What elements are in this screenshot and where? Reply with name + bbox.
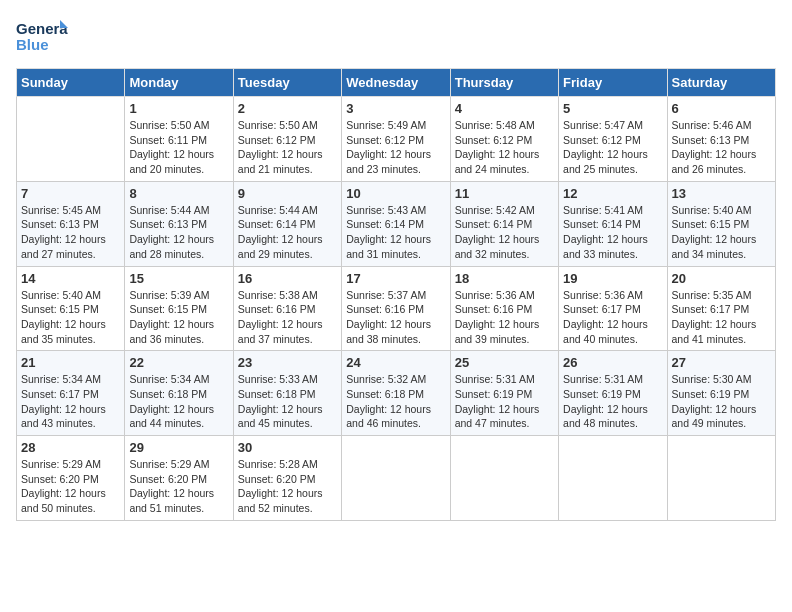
day-number: 4 — [455, 101, 554, 116]
svg-text:Blue: Blue — [16, 36, 49, 53]
calendar-cell: 22Sunrise: 5:34 AM Sunset: 6:18 PM Dayli… — [125, 351, 233, 436]
day-number: 25 — [455, 355, 554, 370]
day-info: Sunrise: 5:34 AM Sunset: 6:17 PM Dayligh… — [21, 372, 120, 431]
day-info: Sunrise: 5:44 AM Sunset: 6:13 PM Dayligh… — [129, 203, 228, 262]
calendar-header-row: SundayMondayTuesdayWednesdayThursdayFrid… — [17, 69, 776, 97]
day-number: 2 — [238, 101, 337, 116]
day-number: 10 — [346, 186, 445, 201]
day-number: 29 — [129, 440, 228, 455]
day-number: 30 — [238, 440, 337, 455]
day-info: Sunrise: 5:37 AM Sunset: 6:16 PM Dayligh… — [346, 288, 445, 347]
day-number: 23 — [238, 355, 337, 370]
day-number: 17 — [346, 271, 445, 286]
calendar-cell: 24Sunrise: 5:32 AM Sunset: 6:18 PM Dayli… — [342, 351, 450, 436]
day-info: Sunrise: 5:28 AM Sunset: 6:20 PM Dayligh… — [238, 457, 337, 516]
calendar-cell — [450, 436, 558, 521]
day-number: 28 — [21, 440, 120, 455]
day-number: 15 — [129, 271, 228, 286]
day-info: Sunrise: 5:30 AM Sunset: 6:19 PM Dayligh… — [672, 372, 771, 431]
day-number: 9 — [238, 186, 337, 201]
day-number: 14 — [21, 271, 120, 286]
calendar-cell: 26Sunrise: 5:31 AM Sunset: 6:19 PM Dayli… — [559, 351, 667, 436]
day-info: Sunrise: 5:34 AM Sunset: 6:18 PM Dayligh… — [129, 372, 228, 431]
day-info: Sunrise: 5:47 AM Sunset: 6:12 PM Dayligh… — [563, 118, 662, 177]
day-info: Sunrise: 5:31 AM Sunset: 6:19 PM Dayligh… — [563, 372, 662, 431]
day-info: Sunrise: 5:48 AM Sunset: 6:12 PM Dayligh… — [455, 118, 554, 177]
weekday-header: Wednesday — [342, 69, 450, 97]
day-number: 6 — [672, 101, 771, 116]
calendar-cell: 6Sunrise: 5:46 AM Sunset: 6:13 PM Daylig… — [667, 97, 775, 182]
day-number: 18 — [455, 271, 554, 286]
calendar-cell: 11Sunrise: 5:42 AM Sunset: 6:14 PM Dayli… — [450, 181, 558, 266]
day-number: 16 — [238, 271, 337, 286]
weekday-header: Friday — [559, 69, 667, 97]
calendar-cell — [559, 436, 667, 521]
day-info: Sunrise: 5:42 AM Sunset: 6:14 PM Dayligh… — [455, 203, 554, 262]
calendar-cell: 18Sunrise: 5:36 AM Sunset: 6:16 PM Dayli… — [450, 266, 558, 351]
calendar-cell: 28Sunrise: 5:29 AM Sunset: 6:20 PM Dayli… — [17, 436, 125, 521]
day-info: Sunrise: 5:33 AM Sunset: 6:18 PM Dayligh… — [238, 372, 337, 431]
logo: General Blue — [16, 16, 68, 56]
day-info: Sunrise: 5:29 AM Sunset: 6:20 PM Dayligh… — [129, 457, 228, 516]
day-info: Sunrise: 5:29 AM Sunset: 6:20 PM Dayligh… — [21, 457, 120, 516]
day-number: 21 — [21, 355, 120, 370]
calendar-cell: 2Sunrise: 5:50 AM Sunset: 6:12 PM Daylig… — [233, 97, 341, 182]
calendar-week-row: 28Sunrise: 5:29 AM Sunset: 6:20 PM Dayli… — [17, 436, 776, 521]
calendar-week-row: 1Sunrise: 5:50 AM Sunset: 6:11 PM Daylig… — [17, 97, 776, 182]
calendar-cell: 17Sunrise: 5:37 AM Sunset: 6:16 PM Dayli… — [342, 266, 450, 351]
calendar-cell: 15Sunrise: 5:39 AM Sunset: 6:15 PM Dayli… — [125, 266, 233, 351]
calendar-cell: 3Sunrise: 5:49 AM Sunset: 6:12 PM Daylig… — [342, 97, 450, 182]
day-info: Sunrise: 5:38 AM Sunset: 6:16 PM Dayligh… — [238, 288, 337, 347]
weekday-header: Sunday — [17, 69, 125, 97]
calendar-cell: 5Sunrise: 5:47 AM Sunset: 6:12 PM Daylig… — [559, 97, 667, 182]
calendar-week-row: 21Sunrise: 5:34 AM Sunset: 6:17 PM Dayli… — [17, 351, 776, 436]
day-number: 13 — [672, 186, 771, 201]
day-info: Sunrise: 5:32 AM Sunset: 6:18 PM Dayligh… — [346, 372, 445, 431]
calendar-cell: 1Sunrise: 5:50 AM Sunset: 6:11 PM Daylig… — [125, 97, 233, 182]
calendar-table: SundayMondayTuesdayWednesdayThursdayFrid… — [16, 68, 776, 521]
day-number: 20 — [672, 271, 771, 286]
calendar-cell: 12Sunrise: 5:41 AM Sunset: 6:14 PM Dayli… — [559, 181, 667, 266]
day-info: Sunrise: 5:35 AM Sunset: 6:17 PM Dayligh… — [672, 288, 771, 347]
day-info: Sunrise: 5:49 AM Sunset: 6:12 PM Dayligh… — [346, 118, 445, 177]
day-info: Sunrise: 5:40 AM Sunset: 6:15 PM Dayligh… — [672, 203, 771, 262]
calendar-cell: 13Sunrise: 5:40 AM Sunset: 6:15 PM Dayli… — [667, 181, 775, 266]
day-number: 12 — [563, 186, 662, 201]
calendar-cell: 19Sunrise: 5:36 AM Sunset: 6:17 PM Dayli… — [559, 266, 667, 351]
calendar-cell: 4Sunrise: 5:48 AM Sunset: 6:12 PM Daylig… — [450, 97, 558, 182]
day-info: Sunrise: 5:50 AM Sunset: 6:11 PM Dayligh… — [129, 118, 228, 177]
calendar-cell: 25Sunrise: 5:31 AM Sunset: 6:19 PM Dayli… — [450, 351, 558, 436]
day-number: 26 — [563, 355, 662, 370]
calendar-cell — [17, 97, 125, 182]
calendar-cell: 7Sunrise: 5:45 AM Sunset: 6:13 PM Daylig… — [17, 181, 125, 266]
day-info: Sunrise: 5:50 AM Sunset: 6:12 PM Dayligh… — [238, 118, 337, 177]
day-number: 8 — [129, 186, 228, 201]
day-info: Sunrise: 5:36 AM Sunset: 6:16 PM Dayligh… — [455, 288, 554, 347]
calendar-week-row: 7Sunrise: 5:45 AM Sunset: 6:13 PM Daylig… — [17, 181, 776, 266]
day-info: Sunrise: 5:39 AM Sunset: 6:15 PM Dayligh… — [129, 288, 228, 347]
day-number: 24 — [346, 355, 445, 370]
calendar-cell: 30Sunrise: 5:28 AM Sunset: 6:20 PM Dayli… — [233, 436, 341, 521]
day-number: 19 — [563, 271, 662, 286]
day-number: 27 — [672, 355, 771, 370]
calendar-cell: 29Sunrise: 5:29 AM Sunset: 6:20 PM Dayli… — [125, 436, 233, 521]
calendar-cell: 21Sunrise: 5:34 AM Sunset: 6:17 PM Dayli… — [17, 351, 125, 436]
day-number: 3 — [346, 101, 445, 116]
day-info: Sunrise: 5:36 AM Sunset: 6:17 PM Dayligh… — [563, 288, 662, 347]
calendar-cell — [342, 436, 450, 521]
calendar-week-row: 14Sunrise: 5:40 AM Sunset: 6:15 PM Dayli… — [17, 266, 776, 351]
calendar-cell: 9Sunrise: 5:44 AM Sunset: 6:14 PM Daylig… — [233, 181, 341, 266]
weekday-header: Saturday — [667, 69, 775, 97]
logo-svg: General Blue — [16, 16, 68, 56]
weekday-header: Tuesday — [233, 69, 341, 97]
calendar-cell — [667, 436, 775, 521]
day-info: Sunrise: 5:46 AM Sunset: 6:13 PM Dayligh… — [672, 118, 771, 177]
calendar-cell: 8Sunrise: 5:44 AM Sunset: 6:13 PM Daylig… — [125, 181, 233, 266]
day-number: 1 — [129, 101, 228, 116]
day-info: Sunrise: 5:40 AM Sunset: 6:15 PM Dayligh… — [21, 288, 120, 347]
day-info: Sunrise: 5:31 AM Sunset: 6:19 PM Dayligh… — [455, 372, 554, 431]
page-header: General Blue — [16, 16, 776, 56]
calendar-cell: 16Sunrise: 5:38 AM Sunset: 6:16 PM Dayli… — [233, 266, 341, 351]
calendar-cell: 14Sunrise: 5:40 AM Sunset: 6:15 PM Dayli… — [17, 266, 125, 351]
weekday-header: Monday — [125, 69, 233, 97]
